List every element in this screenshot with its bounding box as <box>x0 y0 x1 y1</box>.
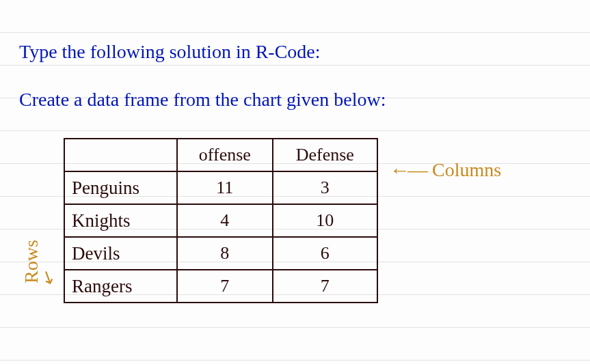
content-area: Type the following solution in R-Code: C… <box>0 0 590 303</box>
cell-value: 4 <box>177 204 273 237</box>
row-label-penguins: Penguins <box>64 171 177 204</box>
cell-value: 10 <box>273 204 377 237</box>
rows-label: Rows <box>21 240 42 283</box>
row-label-devils: Devils <box>64 237 177 270</box>
columns-label: Columns <box>432 159 501 181</box>
cell-value: 8 <box>177 237 273 270</box>
cell-value: 6 <box>273 237 377 270</box>
col-header-defense: Defense <box>273 139 377 171</box>
col-header-offense: offense <box>177 139 273 171</box>
table-row: Rangers 7 7 <box>64 270 377 303</box>
cell-value: 7 <box>177 270 273 303</box>
chart-table: offense Defense Penguins 11 3 Knights 4 … <box>64 138 378 303</box>
cell-value: 3 <box>273 171 377 204</box>
row-label-knights: Knights <box>64 204 177 237</box>
table-row: Penguins 11 3 <box>64 171 377 204</box>
table-row: Devils 8 6 <box>64 237 377 270</box>
prompt-line-2: Create a data frame from the chart given… <box>19 89 571 111</box>
cell-value: 11 <box>177 171 273 204</box>
table-corner-cell <box>64 139 177 171</box>
row-label-rangers: Rangers <box>64 270 177 303</box>
table-row: Knights 4 10 <box>64 204 377 237</box>
cell-value: 7 <box>273 270 377 303</box>
columns-annotation: ←— Columns <box>390 158 501 182</box>
left-arrow-icon: ←— <box>390 158 425 182</box>
prompt-line-1: Type the following solution in R-Code: <box>19 41 571 63</box>
chart-table-wrap: offense Defense Penguins 11 3 Knights 4 … <box>64 138 378 303</box>
table-header-row: offense Defense <box>64 139 377 171</box>
